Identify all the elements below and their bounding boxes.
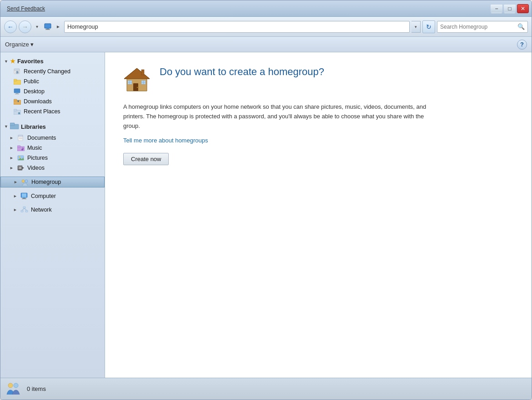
path-text: Homegroup — [67, 23, 98, 30]
svg-rect-45 — [23, 207, 25, 208]
maximize-button[interactable]: □ — [504, 4, 516, 13]
recent-places-icon — [13, 108, 21, 115]
computer-sidebar-icon — [20, 192, 29, 200]
downloads-icon — [13, 98, 21, 105]
svg-line-48 — [22, 208, 24, 210]
videos-arrow[interactable]: ► — [10, 166, 14, 170]
svg-rect-46 — [21, 210, 23, 212]
homegroup-more-link[interactable]: Tell me more about homegroups — [123, 137, 478, 144]
svg-rect-2 — [45, 29, 50, 30]
downloads-label: Downloads — [24, 98, 52, 105]
svg-point-62 — [14, 383, 18, 388]
search-input[interactable] — [440, 24, 517, 30]
computer-icon — [44, 23, 52, 31]
documents-arrow[interactable]: ► — [10, 136, 14, 140]
music-icon — [17, 144, 25, 152]
documents-icon — [17, 134, 25, 142]
svg-line-49 — [24, 208, 26, 210]
videos-icon — [17, 164, 25, 172]
house-icon — [123, 66, 151, 93]
address-dropdown-btn[interactable]: ▾ — [412, 21, 421, 33]
sidebar-divider-2 — [0, 173, 105, 177]
pictures-arrow[interactable]: ► — [10, 156, 14, 160]
content-description: A homegroup links computers on your home… — [123, 102, 442, 131]
network-icon — [20, 206, 29, 213]
toolbar: Organize ▾ ? — [0, 37, 532, 52]
sidebar-item-recently-changed[interactable]: Recently Changed — [0, 66, 105, 76]
sidebar-item-computer[interactable]: ► Computer — [0, 191, 105, 201]
sidebar-item-public[interactable]: Public — [0, 76, 105, 86]
statusbar: 0 items — [0, 378, 532, 400]
sidebar-item-documents[interactable]: ► Documents — [0, 133, 105, 143]
explorer-window: Send Feedback − □ ✕ ← → ▾ ► Homegroup ▾ … — [0, 0, 532, 400]
documents-label: Documents — [27, 135, 56, 141]
organize-button[interactable]: Organize ▾ — [5, 41, 34, 48]
content-area: Do you want to create a homegroup? A hom… — [105, 52, 532, 378]
help-button[interactable]: ? — [517, 40, 527, 50]
sidebar-section-libraries[interactable]: ▼ Libraries — [0, 120, 105, 133]
libraries-label: Libraries — [21, 123, 46, 130]
refresh-button[interactable]: ↻ — [422, 20, 435, 33]
sidebar-item-music[interactable]: ► Music — [0, 143, 105, 153]
svg-rect-28 — [17, 146, 20, 147]
svg-rect-47 — [25, 210, 28, 212]
minimize-button[interactable]: − — [491, 4, 502, 13]
sidebar-item-homegroup[interactable]: ► Homegroup — [0, 177, 105, 187]
sidebar-divider-3 — [0, 187, 105, 191]
content-title: Do you want to create a homegroup? — [160, 66, 324, 78]
sidebar-section-favorites[interactable]: ▼ ★ Favorites — [0, 56, 105, 66]
sidebar-item-network[interactable]: ► Network — [0, 205, 105, 215]
sidebar: ▼ ★ Favorites Recently Changed — [0, 52, 105, 378]
network-label: Network — [31, 207, 52, 213]
homegroup-label: Homegroup — [31, 179, 61, 185]
svg-rect-44 — [22, 198, 26, 199]
sidebar-item-videos[interactable]: ► Videos — [0, 163, 105, 173]
pictures-label: Pictures — [27, 155, 48, 161]
sidebar-item-desktop[interactable]: Desktop — [0, 86, 105, 96]
homegroup-content: Do you want to create a homegroup? A hom… — [123, 66, 478, 165]
network-arrow[interactable]: ► — [13, 208, 17, 212]
sidebar-item-downloads[interactable]: Downloads — [0, 96, 105, 106]
star-icon: ★ — [10, 58, 15, 65]
svg-rect-14 — [14, 99, 17, 101]
pictures-icon — [17, 154, 25, 162]
search-icon[interactable]: 🔍 — [517, 23, 525, 30]
addressbar: ← → ▾ ► Homegroup ▾ ↻ 🔍 — [0, 17, 532, 37]
svg-point-39 — [22, 180, 25, 182]
homegroup-header: Do you want to create a homegroup? — [123, 66, 478, 93]
svg-rect-0 — [45, 24, 51, 28]
address-path[interactable]: Homegroup — [64, 21, 410, 33]
homegroup-status-icon — [5, 381, 21, 397]
svg-rect-42 — [22, 193, 26, 197]
main-content: ▼ ★ Favorites Recently Changed — [0, 52, 532, 378]
sidebar-item-recent-places[interactable]: Recent Places — [0, 106, 105, 116]
svg-rect-55 — [141, 70, 144, 75]
music-arrow[interactable]: ► — [10, 146, 14, 150]
create-now-button[interactable]: Create now — [123, 153, 169, 165]
computer-arrow[interactable]: ► — [13, 194, 17, 198]
recent-places-label: Recent Places — [24, 108, 60, 115]
forward-button[interactable]: → — [19, 20, 31, 33]
svg-rect-9 — [14, 79, 17, 81]
nav-dropdown[interactable]: ▾ — [33, 20, 40, 33]
svg-rect-24 — [18, 135, 23, 137]
libraries-icon — [10, 122, 19, 131]
homegroup-arrow[interactable]: ► — [14, 180, 18, 184]
svg-rect-12 — [15, 94, 19, 94]
desktop-icon — [13, 88, 21, 95]
svg-point-29 — [21, 149, 23, 150]
sidebar-divider-1 — [0, 116, 105, 120]
favorites-label: Favorites — [17, 58, 44, 65]
svg-point-61 — [8, 383, 13, 388]
svg-rect-10 — [14, 89, 20, 93]
svg-rect-4 — [14, 69, 20, 71]
sidebar-item-pictures[interactable]: ► Pictures — [0, 153, 105, 163]
svg-rect-17 — [14, 109, 17, 111]
search-box[interactable]: 🔍 — [437, 21, 528, 33]
back-button[interactable]: ← — [4, 20, 17, 33]
close-button[interactable]: ✕ — [517, 4, 529, 13]
send-feedback-link[interactable]: Send Feedback — [7, 5, 45, 12]
svg-point-40 — [25, 180, 28, 182]
svg-marker-51 — [124, 68, 150, 79]
public-icon — [13, 78, 21, 85]
